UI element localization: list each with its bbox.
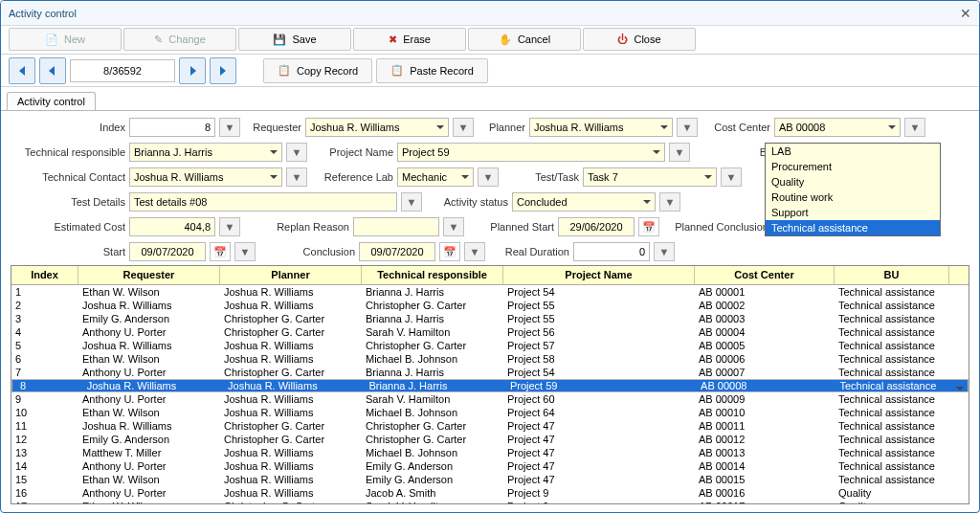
requester-filter-button[interactable]: ▼: [453, 118, 474, 137]
estcost-field[interactable]: 404,8: [129, 217, 215, 236]
grid-header-cell[interactable]: BU: [835, 266, 949, 284]
grid-cell: Ethan W. Wilson: [78, 500, 220, 503]
grid-cell: 14: [11, 459, 78, 473]
bu-label: BU: [694, 146, 774, 158]
plannedstart-field[interactable]: 29/06/2020: [558, 217, 635, 236]
bu-dropdown-list[interactable]: LABProcurementQualityRoutine workSupport…: [765, 143, 941, 236]
start-date-button[interactable]: 📅: [210, 242, 231, 261]
grid-header-cell[interactable]: Project Name: [503, 266, 695, 284]
paste-record-button[interactable]: 📋Paste Record: [376, 58, 488, 83]
window-close-icon[interactable]: ✕: [960, 6, 971, 21]
techresp-select[interactable]: Brianna J. Harris: [129, 143, 282, 162]
grid-cell: Emily G. Anderson: [78, 433, 220, 446]
conclusion-date-button[interactable]: 📅: [439, 242, 460, 261]
table-row[interactable]: 2Joshua R. WilliamsJoshua R. WilliamsChr…: [11, 299, 969, 312]
start-field[interactable]: 09/07/2020: [129, 242, 206, 261]
table-row[interactable]: 9Anthony U. PorterJoshua R. WilliamsSara…: [11, 392, 969, 406]
table-row[interactable]: 5Joshua R. WilliamsJoshua R. WilliamsChr…: [11, 339, 969, 352]
index-field[interactable]: 8: [129, 118, 215, 137]
requester-select[interactable]: Joshua R. Williams: [305, 118, 449, 137]
testtask-filter-button[interactable]: ▼: [721, 167, 742, 187]
table-row[interactable]: 12Emily G. AndersonChristopher G. Carter…: [11, 433, 969, 446]
nav-prev-button[interactable]: [39, 57, 66, 84]
costcenter-select[interactable]: AB 00008: [774, 118, 901, 137]
grid-cell: AB 00001: [695, 285, 835, 299]
table-row[interactable]: 7Anthony U. PorterChristopher G. CarterB…: [11, 366, 969, 379]
table-row[interactable]: 17Ethan W. WilsonChristopher G. CarterSa…: [11, 500, 969, 503]
index-filter-button[interactable]: ▼: [219, 118, 240, 137]
calendar-icon: 📅: [443, 246, 457, 258]
grid-cell: Brianna J. Harris: [366, 379, 506, 392]
replan-filter-button[interactable]: ▼: [443, 217, 464, 236]
grid-cell: Joshua R. Williams: [220, 299, 362, 312]
start-filter-button[interactable]: ▼: [234, 242, 256, 261]
nav-next-button[interactable]: [179, 57, 206, 84]
reflab-select[interactable]: Mechanic: [397, 167, 474, 187]
nav-first-button[interactable]: [9, 57, 35, 84]
erase-button[interactable]: ✖Erase: [353, 28, 466, 51]
grid-cell: Technical assistance: [835, 352, 949, 366]
new-button[interactable]: 📄New: [9, 28, 122, 51]
techcontact-filter-button[interactable]: ▼: [286, 167, 307, 187]
bu-option[interactable]: Technical assistance: [766, 220, 940, 235]
techcontact-select[interactable]: Joshua R. Williams: [129, 167, 282, 187]
testdetails-field[interactable]: Test details #08: [129, 192, 397, 212]
grid-header-cell[interactable]: Planner: [220, 266, 362, 284]
grid-cell: Anthony U. Porter: [78, 486, 220, 500]
grid-cell: 17: [11, 500, 78, 503]
table-row[interactable]: 4Anthony U. PorterChristopher G. CarterS…: [11, 325, 969, 339]
reflab-filter-button[interactable]: ▼: [478, 167, 499, 187]
projname-filter-button[interactable]: ▼: [669, 143, 690, 162]
table-row[interactable]: 10Ethan W. WilsonJoshua R. WilliamsMicha…: [11, 406, 969, 419]
estcost-filter-button[interactable]: ▼: [219, 217, 240, 236]
realdur-filter-button[interactable]: ▼: [654, 242, 675, 261]
conclusion-filter-button[interactable]: ▼: [464, 242, 485, 261]
nav-last-button[interactable]: [210, 57, 236, 84]
grid-header-cell[interactable]: Cost Center: [695, 266, 835, 284]
table-row[interactable]: 15Ethan W. WilsonJoshua R. WilliamsEmily…: [11, 473, 969, 486]
save-button[interactable]: 💾Save: [238, 28, 351, 51]
reflab-label: Reference Lab: [311, 171, 393, 183]
grid-cell: Matthew T. Miller: [78, 446, 220, 459]
table-row[interactable]: 3Emily G. AndersonChristopher G. CarterB…: [11, 312, 969, 325]
table-row[interactable]: 14Anthony U. PorterJoshua R. WilliamsEmi…: [11, 459, 969, 473]
actstatus-filter-button[interactable]: ▼: [659, 192, 680, 212]
bu-option[interactable]: Procurement: [766, 159, 940, 174]
cancel-button[interactable]: ✋Cancel: [468, 28, 581, 51]
table-row[interactable]: 6Ethan W. WilsonJoshua R. WilliamsMichae…: [11, 352, 969, 366]
bu-option[interactable]: Routine work: [766, 190, 940, 205]
plannedstart-date-button[interactable]: 📅: [638, 217, 659, 236]
grid-cell: Technical assistance: [835, 392, 949, 406]
costcenter-filter-button[interactable]: ▼: [904, 118, 925, 137]
table-row[interactable]: 16Anthony U. PorterJoshua R. WilliamsJac…: [11, 486, 969, 500]
grid-header-cell[interactable]: Index: [11, 266, 78, 284]
close-button[interactable]: ⏻Close: [583, 28, 696, 51]
planner-filter-button[interactable]: ▼: [677, 118, 698, 137]
table-row[interactable]: 1Ethan W. WilsonJoshua R. WilliamsBriann…: [11, 285, 969, 299]
tab-activity-control[interactable]: Activity control: [7, 92, 96, 110]
table-row[interactable]: 11Joshua R. WilliamsChristopher G. Carte…: [11, 419, 969, 433]
bu-option[interactable]: Quality: [766, 174, 940, 190]
table-row[interactable]: 8Joshua R. WilliamsJoshua R. WilliamsBri…: [11, 379, 969, 392]
techresp-filter-button[interactable]: ▼: [286, 143, 307, 162]
testtask-select[interactable]: Task 7: [583, 167, 717, 187]
grid-cell: Sarah V. Hamilton: [362, 392, 503, 406]
realdur-field[interactable]: 0: [573, 242, 650, 261]
planner-select[interactable]: Joshua R. Williams: [529, 118, 673, 137]
copy-record-button[interactable]: 📋Copy Record: [263, 58, 372, 83]
activity-control-window: Activity control ✕ 📄New ✎Change 💾Save ✖E…: [0, 0, 980, 513]
change-button[interactable]: ✎Change: [123, 28, 236, 51]
grid-body[interactable]: 1Ethan W. WilsonJoshua R. WilliamsBriann…: [11, 285, 969, 503]
grid-cell: Project 57: [503, 339, 695, 352]
grid-header-cell[interactable]: Technical responsible: [362, 266, 503, 284]
bu-option[interactable]: LAB: [766, 144, 940, 159]
projname-select[interactable]: Project 59: [397, 143, 665, 162]
bu-option[interactable]: Support: [766, 205, 940, 220]
testdetails-filter-button[interactable]: ▼: [401, 192, 422, 212]
actstatus-select[interactable]: Concluded: [512, 192, 656, 212]
grid-header-cell[interactable]: Requester: [78, 266, 220, 284]
table-row[interactable]: 13Matthew T. MillerJoshua R. WilliamsMic…: [11, 446, 969, 459]
grid-cell: 6: [11, 352, 78, 366]
conclusion-field[interactable]: 09/07/2020: [359, 242, 435, 261]
replan-field[interactable]: [353, 217, 439, 236]
